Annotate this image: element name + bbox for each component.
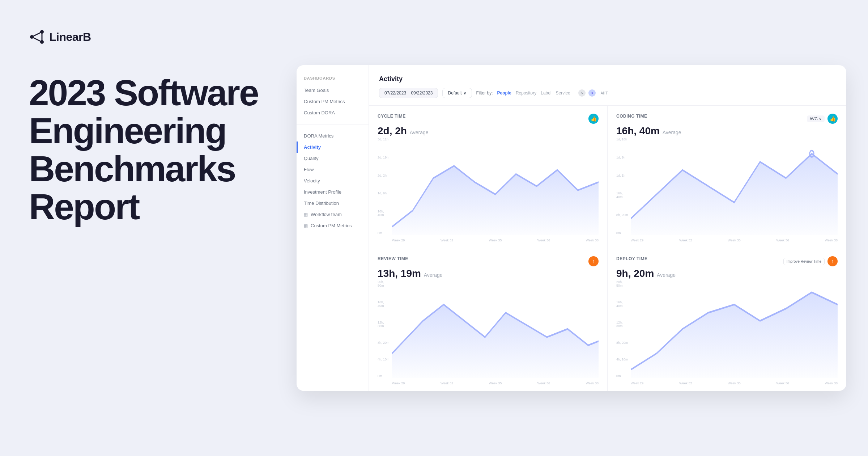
logo-text: LinearB <box>49 30 91 44</box>
hero-line2: Engineering <box>29 110 226 151</box>
y-label: 0m <box>616 374 629 378</box>
sidebar-item-activity[interactable]: Activity <box>297 142 369 153</box>
y-label: 1d, 9h <box>378 191 391 195</box>
x-label: Week 38 <box>586 381 599 385</box>
cycle-time-badge[interactable]: 👍 <box>588 114 599 124</box>
coding-time-chart: 1d, 18h 1d, 9h 1d, 1h 16h, 40m 8h, 20m 0… <box>616 138 838 242</box>
avg-dropdown[interactable]: AVG ∨ <box>807 115 825 122</box>
metric-title-coding: Coding Time <box>616 114 647 119</box>
x-label: Week 35 <box>489 238 502 242</box>
deploy-time-chart: 20h, 50m 16h, 40m 12h, 30m 8h, 20m 4h, 1… <box>616 280 838 385</box>
sidebar-item-custom-dora[interactable]: Custom DORA <box>297 107 369 118</box>
sidebar-label-custom-dora: Custom DORA <box>304 110 335 115</box>
y-label: 0m <box>616 231 629 235</box>
cycle-time-sub: Average <box>410 130 429 135</box>
sidebar-item-time-dist[interactable]: Time Distribution <box>297 198 369 209</box>
view-dropdown[interactable]: Default ∨ <box>442 88 472 98</box>
filter-people[interactable]: People <box>497 90 511 96</box>
sidebar-label-flow: Flow <box>304 167 314 172</box>
x-label: Week 29 <box>392 381 405 385</box>
filter-service[interactable]: Service <box>556 90 570 96</box>
metrics-grid: Cycle Time 👍 2d, 2h Average 3d, 11h 2d, … <box>369 106 846 391</box>
sidebar-item-custom-pm2[interactable]: ▦ Custom PM Metrics <box>297 220 369 231</box>
y-label: 1d, 9h <box>616 156 629 159</box>
x-label: Week 35 <box>728 238 740 242</box>
coding-time-x-labels: Week 29 Week 32 Week 35 Week 36 Week 38 <box>631 238 838 242</box>
review-time-chart: 20h, 50m 16h, 40m 12h, 30m 8h, 20m 4h, 1… <box>378 280 599 385</box>
y-label: 16h, 40m <box>616 300 629 308</box>
review-time-badge[interactable]: ↑ <box>588 256 599 266</box>
sidebar-item-flow[interactable]: Flow <box>297 164 369 175</box>
svg-line-3 <box>32 32 42 37</box>
date-range-picker[interactable]: 07/22/2023 09/22/2023 <box>379 88 438 98</box>
deploy-time-sub: Average <box>657 272 676 278</box>
y-label: 12h, 30m <box>378 321 391 328</box>
metric-card-coding-time: Coding Time AVG ∨ 👍 16h, 40m Average 1 <box>608 106 846 248</box>
cycle-time-x-labels: Week 29 Week 32 Week 35 Week 36 Week 38 <box>392 238 599 242</box>
x-label: Week 29 <box>631 238 643 242</box>
metric-title-review: Review Time <box>378 256 408 261</box>
sidebar-label-activity: Activity <box>304 144 321 150</box>
metric-card-review-time: Review Time ↑ 13h, 19m Average 20h, 50m … <box>369 248 608 391</box>
sidebar-label-custom-pm2: Custom PM Metrics <box>311 223 352 228</box>
x-label: Week 36 <box>776 238 789 242</box>
sidebar-item-velocity[interactable]: Velocity <box>297 175 369 186</box>
metric-card-deploy-time: Deploy Time Improve Review Time ↑ 9h, 20… <box>608 248 846 391</box>
y-label: 1d, 18h <box>616 138 629 141</box>
coding-time-chart-area <box>631 138 838 235</box>
date-start: 07/22/2023 <box>384 90 406 96</box>
coding-time-badge[interactable]: 👍 <box>827 114 838 124</box>
sidebar-label-dora: DORA Metrics <box>304 133 333 139</box>
deploy-time-x-labels: Week 29 Week 32 Week 35 Week 36 Week 38 <box>631 381 838 385</box>
date-end: 09/22/2023 <box>411 90 433 96</box>
improve-tooltip: Improve Review Time <box>783 258 825 265</box>
x-label: Week 29 <box>631 381 643 385</box>
y-label: 0m <box>378 374 391 378</box>
chevron-icon: ∨ <box>819 117 822 121</box>
filter-repository[interactable]: Repository <box>516 90 536 96</box>
dashboard-card: Dashboards Team Goals Custom PM Metrics … <box>297 65 846 391</box>
deploy-time-y-labels: 20h, 50m 16h, 40m 12h, 30m 8h, 20m 4h, 1… <box>616 280 629 378</box>
y-label: 20h, 50m <box>616 280 629 287</box>
sidebar-label-velocity: Velocity <box>304 178 320 183</box>
filter-label-item[interactable]: Label <box>541 90 551 96</box>
x-label: Week 38 <box>825 238 838 242</box>
coding-time-value: 16h, 40m Average <box>616 125 838 137</box>
y-label: 2d, 2h <box>378 174 391 177</box>
sidebar: Dashboards Team Goals Custom PM Metrics … <box>297 65 369 391</box>
sidebar-label-workflow: Workflow team <box>311 212 342 217</box>
all-filter-button[interactable]: All T <box>601 91 608 95</box>
x-label: Week 36 <box>776 381 789 385</box>
main-content: Activity 07/22/2023 09/22/2023 Default ∨… <box>369 65 846 391</box>
deploy-time-chart-area <box>631 280 838 378</box>
sidebar-label-custom-pm: Custom PM Metrics <box>304 99 345 104</box>
y-label: 16h, 40m <box>378 300 391 308</box>
avatar-1[interactable]: A <box>578 89 586 97</box>
sidebar-item-quality[interactable]: Quality <box>297 153 369 164</box>
sidebar-item-investment[interactable]: Investment Profile <box>297 186 369 198</box>
metric-title-cycle: Cycle Time <box>378 114 406 119</box>
left-panel: LinearB 2023 Software Engineering Benchm… <box>0 0 297 456</box>
sidebar-item-workflow[interactable]: ▦ Workflow team <box>297 209 369 220</box>
deploy-time-badge[interactable]: ↑ <box>827 256 838 266</box>
y-label: 3d, 11h <box>378 138 391 141</box>
cycle-time-chart: 3d, 11h 2d, 19h 2d, 2h 1d, 9h 16h, 40m 0… <box>378 138 599 242</box>
sidebar-item-dora[interactable]: DORA Metrics <box>297 130 369 142</box>
sidebar-label-investment: Investment Profile <box>304 189 341 195</box>
x-label: Week 35 <box>728 381 740 385</box>
hero-line1: 2023 Software <box>29 72 258 113</box>
sidebar-divider <box>297 124 369 124</box>
y-label: 8h, 20m <box>616 341 629 345</box>
y-label: 4h, 10m <box>616 358 629 361</box>
sidebar-label-team-goals: Team Goals <box>304 88 329 93</box>
x-label: Week 35 <box>489 381 502 385</box>
sidebar-item-team-goals[interactable]: Team Goals <box>297 85 369 96</box>
cycle-time-value: 2d, 2h Average <box>378 125 599 137</box>
y-label: 16h, 40m <box>378 210 391 217</box>
avatar-2[interactable]: B <box>588 89 596 97</box>
sidebar-item-custom-pm[interactable]: Custom PM Metrics <box>297 96 369 107</box>
main-header: Activity 07/22/2023 09/22/2023 Default ∨… <box>369 65 846 106</box>
x-label: Week 29 <box>392 238 405 242</box>
review-time-x-labels: Week 29 Week 32 Week 35 Week 36 Week 38 <box>392 381 599 385</box>
metric-card-cycle-time: Cycle Time 👍 2d, 2h Average 3d, 11h 2d, … <box>369 106 608 248</box>
